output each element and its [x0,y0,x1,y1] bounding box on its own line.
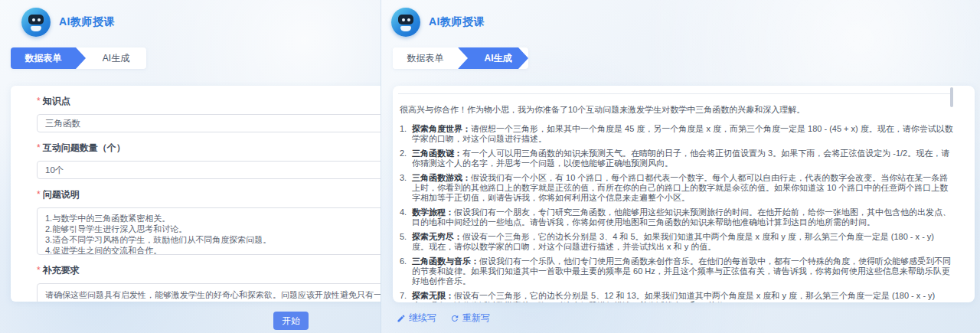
tab-ai-generate[interactable]: AI生成 [76,47,146,69]
question-title: 三角函数游戏： [412,173,471,182]
page-title: AI教师授课 [429,15,485,29]
description-textarea[interactable]: 1.与数学中的三角函数紧密相关。 2.能够引导学生进行深入思考和讨论。 3.适合… [37,207,381,255]
count-label: *互动问题数量（个） [37,142,381,155]
refresh-icon [450,314,459,323]
required-marker: * [37,96,41,106]
scrollbar-thumb[interactable] [950,87,953,107]
question-title: 数学旅程： [412,207,454,217]
step-tabs-right: 数据表单 AI生成 [393,47,528,69]
question-item: 1. 探索角度世界：请假想一个三角形，如果其中一个角度是 45 度，另一个角度是… [400,124,953,144]
required-marker: * [37,142,41,153]
question-number: 5. [400,232,412,252]
question-body: 三角函数谜：有一个人可以用三角函数的知识来预测天气。在晴朗的日子，他会将正切值设… [412,149,953,168]
question-text: 假设我们有一个朋友，专门研究三角函数，他能够用这些知识来预测旅行的时间。在他开始… [412,207,951,227]
robot-icon [391,8,420,37]
intro-line: 很高兴与你合作！作为物小思，我为你准备了10个互动问题来激发学生对数学中三角函数… [400,105,953,115]
required-marker: * [37,189,41,200]
question-item: 7. 探索无限：假设有一个三角形，它的边长分别是 5、12 和 13。如果我们知… [400,291,953,302]
tab-data-form[interactable]: 数据表单 [393,47,468,69]
question-body: 三角函数与音乐：假设我们有一个乐队，他们专门使用三角函数来创作音乐。在他们的每首… [412,256,953,286]
question-number: 3. [400,173,412,203]
question-number: 6. [400,256,412,286]
question-body: 探索无穷尽：假设有一个三角形，它的边长分别是 3、4 和 5。如果我们知道其中两… [412,232,953,252]
app: AI教师授课 数据表单 AI生成 *知识点 *互动问题数量（个） *问题说明 1… [0,0,980,333]
question-title: 探索无限： [412,291,454,300]
question-title: 探索无穷尽： [412,232,462,241]
generated-text: 很高兴与你合作！作为物小思，我为你准备了10个互动问题来激发学生对数学中三角函数… [398,93,953,302]
question-text: 假设我们有一个小区，有 10 个路口，每个路口都代表一个数字。每个人都可以自由行… [412,173,948,202]
question-body: 数学旅程：假设我们有一个朋友，专门研究三角函数，他能够用这些知识来预测旅行的时间… [412,207,953,227]
question-text: 假设我们有一个乐队，他们专门使用三角函数来创作音乐。在他们的每首歌中，都有一个特… [412,256,951,286]
form-card: *知识点 *互动问题数量（个） *问题说明 1.与数学中的三角函数紧密相关。 2… [11,86,381,302]
start-button[interactable]: 开始 [273,312,309,330]
header-left: AI教师授课 [0,0,381,43]
question-body: 探索角度世界：请假想一个三角形，如果其中一个角度是 45 度，另一个角度是 x … [412,124,953,144]
question-number: 1. [400,124,412,144]
knowledge-input[interactable] [37,114,381,132]
question-title: 三角函数谜： [412,149,462,158]
page-title: AI教师授课 [59,15,115,29]
question-title: 探索角度世界： [412,124,471,133]
question-item: 3. 三角函数游戏：假设我们有一个小区，有 10 个路口，每个路口都代表一个数字… [400,173,953,203]
question-item: 4. 数学旅程：假设我们有一个朋友，专门研究三角函数，他能够用这些知识来预测旅行… [400,207,953,227]
question-number: 7. [400,291,412,302]
rewrite-button[interactable]: 重新写 [450,312,490,325]
question-title: 三角函数与音乐： [412,256,479,266]
question-text: 假设有一个三角形，它的边长分别是 5、12 和 13。如果我们知道其中两个角度是… [412,291,935,302]
robot-icon [21,8,51,37]
question-text: 假设有一个三角形，它的边长分别是 3、4 和 5。如果我们知道其中两个角度是 x… [412,232,934,251]
result-actions: 继续写 重新写 [397,312,980,325]
tab-ai-generate[interactable]: AI生成 [458,47,528,69]
question-item: 5. 探索无穷尽：假设有一个三角形，它的边长分别是 3、4 和 5。如果我们知道… [400,232,953,252]
continue-writing-button[interactable]: 继续写 [397,312,436,325]
question-text: 请假想一个三角形，如果其中一个角度是 45 度，另一个角度是 x 度，而第三个角… [412,124,953,143]
question-body: 三角函数游戏：假设我们有一个小区，有 10 个路口，每个路口都代表一个数字。每个… [412,173,953,203]
question-number: 4. [400,207,412,227]
question-item: 2. 三角函数谜：有一个人可以用三角函数的知识来预测天气。在晴朗的日子，他会将正… [400,149,953,168]
pencil-icon [397,314,406,323]
result-card: 很高兴与你合作！作为物小思，我为你准备了10个互动问题来激发学生对数学中三角函数… [393,86,975,302]
description-label: *问题说明 [37,188,381,201]
extra-requirements-textarea[interactable]: 请确保这些问题具有启发性，能够激发学生的好奇心和探索欲。问题应该开放性避免只有一… [37,283,381,302]
panel-form: AI教师授课 数据表单 AI生成 *知识点 *互动问题数量（个） *问题说明 1… [0,0,381,333]
knowledge-label: *知识点 [37,95,381,108]
question-count-input[interactable] [37,161,381,179]
question-number: 2. [400,149,412,168]
question-text: 有一个人可以用三角函数的知识来预测天气。在晴朗的日子，他会将正切值设置为 3。如… [412,149,949,168]
required-marker: * [37,265,41,276]
panel-result: AI教师授课 数据表单 AI生成 很高兴与你合作！作为物小思，我为你准备了10个… [381,0,980,333]
tab-data-form[interactable]: 数据表单 [11,47,86,69]
header-right: AI教师授课 [381,0,980,43]
question-item: 6. 三角函数与音乐：假设我们有一个乐队，他们专门使用三角函数来创作音乐。在他们… [400,256,953,286]
question-body: 探索无限：假设有一个三角形，它的边长分别是 5、12 和 13。如果我们知道其中… [412,291,953,302]
step-tabs-left: 数据表单 AI生成 [11,47,146,69]
extra-label: *补充要求 [37,264,381,277]
